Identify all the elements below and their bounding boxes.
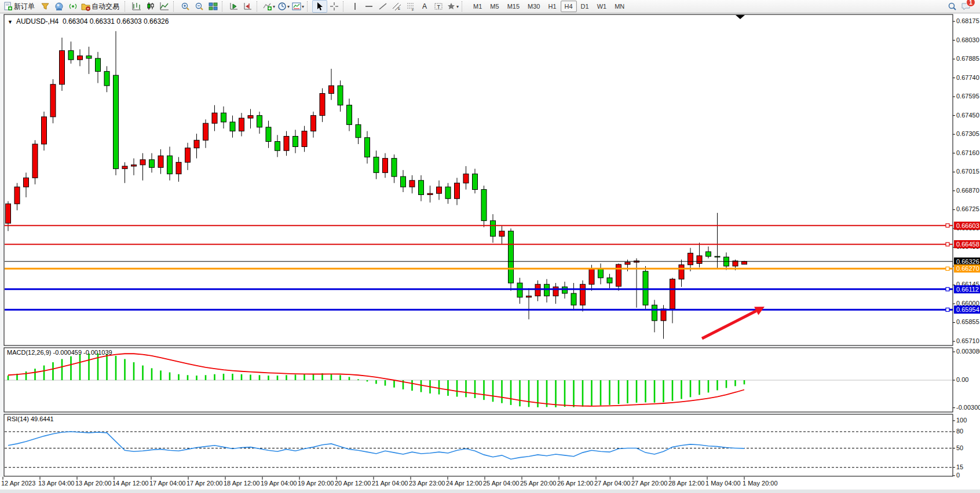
notification-badge: 1 bbox=[966, 0, 975, 7]
candle-body bbox=[365, 138, 370, 157]
candle-body bbox=[131, 165, 137, 166]
time-axis-label: 21 Apr 04:00 bbox=[372, 480, 408, 487]
rsi-axis-label: 15 bbox=[956, 463, 963, 470]
candle-body bbox=[203, 123, 209, 140]
timeframe-button-m15[interactable]: M15 bbox=[503, 1, 524, 12]
candle-body bbox=[347, 105, 352, 125]
time-axis-label: 25 Apr 04:00 bbox=[483, 480, 519, 487]
price-level-badge: 0.66603 bbox=[954, 222, 980, 230]
candle-body bbox=[338, 86, 343, 105]
vline-tool-button[interactable] bbox=[348, 1, 362, 12]
candle-body bbox=[598, 268, 604, 278]
line-end-marker[interactable] bbox=[946, 224, 949, 227]
search-button[interactable] bbox=[945, 1, 959, 12]
candle-body bbox=[356, 124, 361, 137]
chart-title-collapse-icon[interactable]: ▼ bbox=[8, 19, 13, 25]
time-axis-label: 13 Apr 20:00 bbox=[75, 480, 111, 487]
vertical-line-icon bbox=[350, 2, 360, 11]
candlestick-chart-button[interactable] bbox=[144, 1, 158, 12]
template-button[interactable]: ▾ bbox=[291, 1, 305, 12]
zoom-out-button[interactable] bbox=[192, 1, 206, 12]
candle-body bbox=[706, 252, 711, 256]
rsi-panel[interactable] bbox=[4, 414, 953, 476]
autotrade-button[interactable]: 自动交易 bbox=[80, 1, 123, 12]
rsi-axis-label: 0 bbox=[956, 472, 960, 479]
new-order-icon bbox=[3, 2, 13, 11]
candle-body bbox=[679, 265, 684, 279]
main-chart-panel[interactable] bbox=[4, 14, 953, 345]
autoscroll-icon bbox=[229, 2, 239, 11]
channel-tool-button[interactable]: E bbox=[390, 1, 404, 12]
rsi-axis-label: 80 bbox=[956, 428, 963, 435]
text-tool-button[interactable]: A bbox=[418, 1, 432, 12]
line-chart-icon bbox=[160, 2, 169, 11]
candle-body bbox=[427, 193, 433, 194]
toolbar-separator bbox=[307, 1, 310, 12]
rsi-axis-label: 50 bbox=[956, 444, 963, 451]
svg-text:F: F bbox=[412, 8, 414, 11]
hline-tool-button[interactable] bbox=[362, 1, 376, 12]
crosshair-icon bbox=[330, 2, 339, 11]
toolbar-separator bbox=[222, 1, 225, 12]
equidistant-channel-icon: E bbox=[392, 2, 401, 11]
bar-chart-button[interactable] bbox=[130, 1, 144, 12]
candle-body bbox=[140, 160, 145, 165]
chart-canvas[interactable] bbox=[0, 0, 980, 493]
line-end-marker[interactable] bbox=[946, 288, 949, 291]
chart-shift-button[interactable] bbox=[241, 1, 255, 12]
price-axis-label: 0.65710 bbox=[956, 337, 979, 344]
timeframe-button-mn[interactable]: MN bbox=[610, 1, 628, 12]
clock-icon bbox=[277, 2, 287, 11]
tile-windows-button[interactable] bbox=[206, 1, 220, 12]
timeframe-button-h1[interactable]: H1 bbox=[544, 1, 560, 12]
candle-body bbox=[86, 56, 92, 58]
timeframe-button-w1[interactable]: W1 bbox=[593, 1, 611, 12]
candle-body bbox=[670, 279, 675, 309]
candle-body bbox=[284, 137, 289, 151]
candle-body bbox=[481, 190, 487, 221]
add-indicator-button[interactable]: ▾ bbox=[262, 1, 276, 12]
line-end-marker[interactable] bbox=[946, 242, 949, 246]
candle-body bbox=[257, 116, 262, 127]
crosshair-tool-button[interactable] bbox=[327, 1, 341, 12]
candle-body bbox=[526, 296, 532, 297]
line-chart-button[interactable] bbox=[158, 1, 171, 12]
time-axis-label: 1 May 20:00 bbox=[743, 480, 778, 487]
cursor-tool-button[interactable] bbox=[312, 0, 327, 13]
tile-windows-icon bbox=[209, 2, 218, 11]
trendline-tool-button[interactable] bbox=[376, 1, 390, 12]
time-axis-label: 1 May 04:00 bbox=[705, 480, 741, 487]
indicator-list-button[interactable] bbox=[38, 1, 52, 12]
timeframe-button-m1[interactable]: M1 bbox=[469, 1, 486, 12]
macd-axis-label: 0.00 bbox=[956, 376, 968, 383]
arrows-tool-button[interactable]: ▾ bbox=[445, 1, 460, 12]
zoom-in-button[interactable] bbox=[178, 1, 192, 12]
price-level-badge: 0.66458 bbox=[954, 240, 980, 248]
price-level-badge: 0.66112 bbox=[954, 285, 980, 293]
candle-body bbox=[248, 116, 253, 118]
new-order-button[interactable]: 新订单 bbox=[2, 1, 38, 12]
candle-body bbox=[24, 178, 29, 187]
line-end-marker[interactable] bbox=[946, 267, 949, 270]
time-axis-label: 27 Apr 20:00 bbox=[631, 480, 667, 487]
fibonacci-tool-button[interactable]: F bbox=[404, 1, 418, 12]
autoscroll-button[interactable] bbox=[227, 1, 241, 12]
line-end-marker[interactable] bbox=[946, 308, 949, 311]
time-axis-label: 26 Apr 12:00 bbox=[557, 480, 593, 487]
text-label-icon: T bbox=[434, 2, 443, 11]
autotrade-icon bbox=[81, 2, 90, 11]
timeframe-button-d1[interactable]: D1 bbox=[577, 1, 593, 12]
timeframe-button-h4[interactable]: H4 bbox=[561, 1, 577, 12]
text-label-tool-button[interactable]: T bbox=[432, 1, 445, 12]
macd-panel[interactable] bbox=[4, 348, 953, 412]
news-button[interactable] bbox=[66, 1, 80, 12]
dropdown-arrow-icon: ▾ bbox=[456, 4, 459, 9]
period-button[interactable]: ▾ bbox=[276, 1, 291, 12]
candle-body bbox=[401, 176, 406, 187]
price-level-badge: 0.66270 bbox=[954, 264, 980, 273]
time-axis-label: 25 Apr 20:00 bbox=[520, 480, 556, 487]
notifications-button[interactable]: 1 bbox=[959, 1, 973, 12]
timeframe-button-m30[interactable]: M30 bbox=[524, 1, 544, 12]
timeframe-button-m5[interactable]: M5 bbox=[486, 1, 503, 12]
signals-button[interactable] bbox=[52, 1, 66, 12]
